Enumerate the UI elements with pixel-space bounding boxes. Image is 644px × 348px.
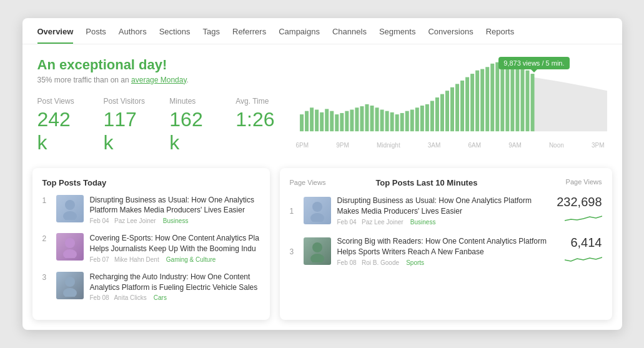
post-thumbnail: [304, 237, 331, 265]
chart-label-3pm: 3PM: [592, 142, 605, 149]
metric-post-visitors-label: Post Visitors: [103, 97, 151, 106]
list-item: 3 Recharging the Auto Industry: How One …: [42, 272, 260, 302]
chart-label-9pm: 9PM: [336, 142, 349, 149]
post-thumbnail: [56, 233, 84, 261]
nav-item-reports[interactable]: Reports: [486, 27, 515, 44]
chart-area: 9,873 views / 5 min.: [294, 57, 607, 157]
post-title[interactable]: Recharging the Auto Industry: How One Co…: [90, 272, 260, 293]
panel-top-posts-today: Top Posts Today 1 Disrupting Business as…: [32, 168, 270, 321]
svg-rect-25: [425, 104, 429, 131]
nav-item-sections[interactable]: Sections: [159, 27, 191, 44]
chart-label-3am: 3AM: [428, 142, 441, 149]
svg-point-51: [65, 277, 75, 287]
svg-point-50: [63, 249, 77, 258]
svg-rect-14: [370, 106, 374, 131]
post-rank: 2: [42, 233, 50, 243]
nav-item-segments[interactable]: Segments: [379, 27, 416, 44]
post-meta: Feb 08 Roi B. Goode Sports: [337, 259, 552, 266]
metric-post-views-value: 242 k: [37, 108, 85, 154]
chart-label-noon: Noon: [549, 142, 564, 149]
top-posts-10min-title: Top Posts Last 10 Minutes: [375, 178, 477, 187]
nav-item-conversions[interactable]: Conversions: [428, 27, 473, 44]
svg-rect-40: [500, 60, 504, 131]
nav-bar: Overview Posts Authors Sections Tags Ref…: [22, 18, 622, 44]
svg-point-52: [63, 288, 77, 297]
svg-point-47: [65, 200, 75, 210]
chart-tooltip: 9,873 views / 5 min.: [498, 57, 569, 69]
nav-item-channels[interactable]: Channels: [332, 27, 367, 44]
svg-rect-36: [480, 69, 484, 131]
svg-rect-29: [445, 91, 448, 131]
metric-minutes-label: Minutes: [169, 97, 217, 106]
svg-rect-28: [440, 94, 443, 131]
metric-minutes-value: 162 k: [169, 108, 217, 154]
metric-post-views: Post Views 242 k: [37, 97, 85, 154]
svg-point-49: [65, 238, 75, 248]
svg-rect-33: [465, 77, 469, 131]
metric-post-visitors-value: 117 k: [103, 108, 151, 154]
svg-rect-7: [335, 114, 339, 131]
hero-subtext-text: 35% more traffic than on an: [37, 76, 129, 84]
post-info: Recharging the Auto Industry: How One Co…: [90, 272, 260, 302]
svg-rect-12: [360, 106, 364, 131]
right-col-header: Page Views: [566, 178, 602, 187]
hero-headline: An exceptional day!: [37, 57, 275, 73]
list-item: 1 Disrupting Business as Usual: How One …: [290, 195, 602, 227]
sparkline-chart: [565, 209, 602, 224]
panel-right-header: Page Views Top Posts Last 10 Minutes Pag…: [290, 178, 602, 187]
svg-rect-39: [495, 62, 499, 131]
metric-avg-time: Avg. Time 1:26: [235, 97, 274, 154]
svg-rect-42: [510, 63, 514, 131]
post-title[interactable]: Covering E-Sports: How One Content Analy…: [90, 233, 260, 254]
post-meta: Feb 08 Anita Clicks Cars: [90, 294, 260, 301]
views-and-spark: 232,698: [557, 195, 602, 227]
chart-labels: 6PM 9PM Midnight 3AM 6AM 9AM Noon 3PM: [294, 142, 607, 149]
svg-rect-45: [525, 70, 529, 131]
list-item: 3 Scoring Big with Readers: How One Cont…: [290, 236, 602, 267]
svg-rect-24: [420, 106, 424, 131]
list-item: 1 Disrupting Business as Usual: How One …: [42, 195, 260, 225]
nav-item-tags[interactable]: Tags: [203, 27, 220, 44]
svg-rect-32: [460, 81, 464, 131]
svg-point-48: [63, 211, 77, 220]
chart-label-6am: 6AM: [468, 142, 482, 149]
metric-post-visitors: Post Visitors 117 k: [103, 97, 151, 154]
post-title[interactable]: Scoring Big with Readers: How One Conten…: [337, 236, 552, 257]
post-rank: 3: [290, 246, 297, 256]
post-meta: Feb 04 Paz Lee Joiner Business: [337, 219, 551, 226]
svg-rect-37: [485, 67, 489, 131]
svg-rect-10: [350, 109, 354, 131]
post-rank: 3: [42, 272, 50, 282]
post-title[interactable]: Disrupting Business as Usual: How One An…: [337, 196, 551, 217]
post-title[interactable]: Disrupting Business as Usual: How One An…: [90, 195, 260, 216]
chart-label-9am: 9AM: [508, 142, 522, 149]
svg-rect-17: [385, 111, 389, 131]
svg-rect-15: [375, 107, 379, 131]
svg-rect-26: [430, 101, 433, 131]
post-info: Scoring Big with Readers: How One Conten…: [337, 236, 552, 266]
nav-item-campaigns[interactable]: Campaigns: [279, 27, 320, 44]
nav-item-overview[interactable]: Overview: [37, 27, 74, 44]
hero-subtext-link[interactable]: average Monday: [131, 76, 187, 84]
svg-rect-20: [400, 113, 404, 131]
svg-rect-41: [505, 62, 509, 131]
nav-item-referrers[interactable]: Referrers: [232, 27, 266, 44]
svg-rect-9: [345, 111, 349, 131]
post-rank: 1: [290, 206, 297, 216]
post-rank: 1: [42, 195, 50, 205]
svg-point-54: [310, 213, 324, 222]
svg-rect-38: [490, 63, 494, 131]
nav-item-posts[interactable]: Posts: [86, 27, 106, 44]
svg-point-53: [312, 202, 322, 212]
bottom-panels: Top Posts Today 1 Disrupting Business as…: [22, 168, 622, 331]
panel-top-posts-10min: Page Views Top Posts Last 10 Minutes Pag…: [280, 168, 612, 321]
hero-subtext: 35% more traffic than on an average Mond…: [37, 76, 275, 84]
left-col-header: Page Views: [290, 179, 326, 186]
svg-rect-3: [315, 109, 319, 131]
post-views-value: 232,698: [557, 195, 602, 209]
nav-item-authors[interactable]: Authors: [119, 27, 147, 44]
svg-rect-16: [380, 109, 384, 131]
list-item: 2 Covering E-Sports: How One Content Ana…: [42, 233, 260, 263]
svg-rect-21: [405, 111, 409, 131]
post-info: Covering E-Sports: How One Content Analy…: [90, 233, 260, 263]
